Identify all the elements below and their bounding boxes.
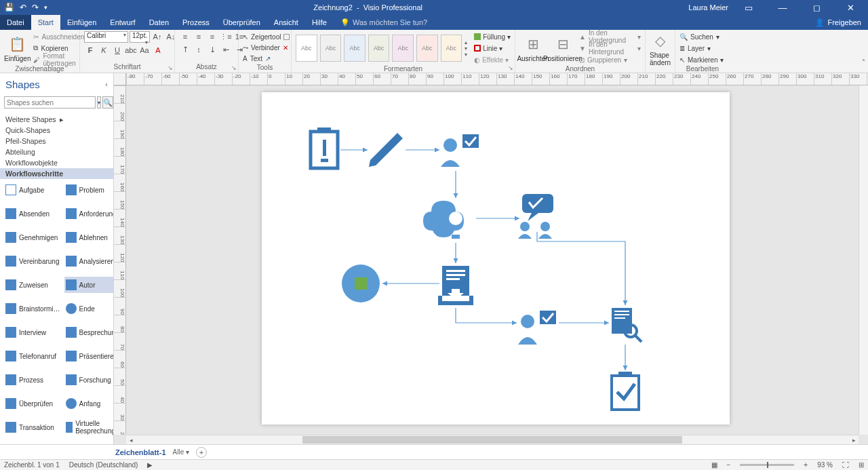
shape-item[interactable]: Prozess bbox=[4, 372, 62, 388]
underline-icon[interactable]: U bbox=[111, 45, 123, 56]
shape-item[interactable]: Ende bbox=[64, 300, 113, 317]
shape-item[interactable]: Analysieren bbox=[64, 253, 113, 269]
shape-item[interactable]: Zuweisen bbox=[4, 277, 62, 293]
shape-item[interactable]: Vereinbarung bbox=[4, 253, 62, 269]
shape-item[interactable]: Präsentieren bbox=[64, 348, 113, 364]
text-tool-button[interactable]: AText↗ bbox=[243, 53, 271, 64]
shape-item[interactable]: Autor bbox=[64, 277, 113, 293]
tab-help[interactable]: Hilfe bbox=[305, 15, 334, 30]
bullets-icon[interactable]: ⋮≡ bbox=[220, 31, 232, 42]
tab-review[interactable]: Überprüfen bbox=[216, 15, 267, 30]
cat-workflow-objects[interactable]: Workflowobjekte bbox=[0, 157, 113, 168]
zoom-out-icon[interactable]: − bbox=[727, 461, 731, 469]
find-button[interactable]: 🔍Suchen ▾ bbox=[679, 31, 724, 42]
shape-submit[interactable] bbox=[438, 266, 473, 305]
align-middle-icon[interactable]: ↕ bbox=[193, 44, 205, 55]
sheet-tab[interactable]: Zeichenblatt-1 bbox=[115, 448, 166, 456]
bold-icon[interactable]: F bbox=[84, 45, 96, 56]
redo-icon[interactable]: ↷ bbox=[32, 3, 39, 12]
tab-data[interactable]: Daten bbox=[142, 15, 176, 30]
shape-item[interactable]: Telefonanruf bbox=[4, 348, 62, 364]
undo-icon[interactable]: ↶ bbox=[20, 3, 26, 12]
vertical-scrollbar[interactable] bbox=[859, 85, 868, 435]
tab-insert[interactable]: Einfügen bbox=[60, 15, 103, 30]
style-tile[interactable]: Abc bbox=[392, 35, 414, 62]
cat-workflow-steps[interactable]: Workflowschritte bbox=[0, 168, 113, 179]
shape-item[interactable]: Absenden bbox=[4, 205, 62, 222]
align-right-icon[interactable]: ≡ bbox=[206, 31, 218, 42]
search-go-icon[interactable]: 🔍 bbox=[102, 96, 113, 109]
style-more-icon[interactable]: ▴▾▾ bbox=[465, 39, 467, 58]
fill-button[interactable]: Füllung ▾ bbox=[474, 31, 511, 42]
ribbon-display-icon[interactable]: ▭ bbox=[735, 3, 762, 13]
tab-process[interactable]: Prozess bbox=[176, 15, 216, 30]
save-icon[interactable]: 💾 bbox=[4, 3, 14, 12]
shape-item[interactable]: Anforderung bbox=[64, 205, 113, 222]
shape-end[interactable] bbox=[342, 265, 380, 302]
tab-view[interactable]: Ansicht bbox=[267, 15, 305, 30]
shape-done[interactable] bbox=[612, 372, 639, 410]
presentation-icon[interactable]: ▦ bbox=[711, 461, 717, 469]
shape-task[interactable] bbox=[311, 128, 338, 168]
zoom-value[interactable]: 93 % bbox=[817, 461, 833, 469]
cat-more-shapes[interactable]: Weitere Shapes ▸ bbox=[0, 114, 113, 125]
align-bottom-icon[interactable]: ⤓ bbox=[206, 44, 218, 55]
style-tile[interactable]: Abc bbox=[320, 35, 342, 62]
shape-item[interactable]: Ablehnen bbox=[64, 229, 113, 246]
shape-author[interactable] bbox=[369, 133, 403, 167]
horizontal-scrollbar[interactable]: ◂ ▸ bbox=[126, 435, 859, 444]
paragraph-dialog-icon[interactable]: ↘ bbox=[231, 64, 237, 71]
change-shape-button[interactable]: ◇Shape ändern bbox=[650, 31, 671, 66]
italic-icon[interactable]: K bbox=[98, 45, 110, 56]
align-button[interactable]: ⊞Ausrichten bbox=[519, 35, 547, 62]
language-status[interactable]: Deutsch (Deutschland) bbox=[69, 461, 138, 469]
shape-item[interactable]: Forschung bbox=[64, 372, 113, 388]
pointer-tool-button[interactable]: ↖Zeigertool bbox=[243, 31, 290, 42]
shape-item[interactable]: Interview bbox=[4, 324, 62, 340]
qat-more-icon[interactable]: ▾ bbox=[44, 4, 47, 11]
zoom-in-icon[interactable]: + bbox=[804, 461, 808, 469]
style-tile[interactable]: Abc bbox=[344, 35, 366, 62]
align-center-icon[interactable]: ≡ bbox=[193, 31, 205, 42]
layer-button[interactable]: ≣Layer ▾ bbox=[679, 43, 724, 54]
shape-item[interactable]: Anfang bbox=[64, 395, 113, 412]
font-selector[interactable]: Calibri bbox=[84, 31, 128, 43]
shape-meeting[interactable] bbox=[518, 194, 553, 239]
group-button[interactable]: ⊡Gruppieren ▾ bbox=[579, 54, 641, 65]
effects-button[interactable]: ◐Effekte ▾ bbox=[474, 54, 511, 65]
style-tile[interactable]: Abc bbox=[368, 35, 390, 62]
shape-item[interactable]: Transaktion bbox=[4, 419, 62, 435]
shapes-search-input[interactable] bbox=[4, 96, 96, 109]
style-tile[interactable]: Abc bbox=[441, 35, 462, 62]
scroll-thumb[interactable] bbox=[302, 436, 682, 444]
shape-item[interactable]: Problem bbox=[64, 182, 113, 198]
send-back-button[interactable]: ▼In den Hintergrund ▾ bbox=[579, 43, 641, 54]
paste-button[interactable]: 📋 Einfügen bbox=[4, 35, 31, 62]
strikethrough-icon[interactable]: abc bbox=[125, 45, 137, 56]
font-dialog-icon[interactable]: ↘ bbox=[167, 64, 173, 71]
align-left-icon[interactable]: ≡ bbox=[179, 31, 191, 42]
style-tile[interactable]: Abc bbox=[296, 35, 317, 62]
shape-item[interactable]: Besprechung bbox=[64, 324, 113, 340]
shape-approve[interactable] bbox=[441, 134, 479, 167]
sheet-all[interactable]: Alle ▾ bbox=[173, 448, 189, 456]
search-dropdown-icon[interactable]: ▾ bbox=[97, 96, 101, 109]
tab-file[interactable]: Datei bbox=[0, 15, 31, 30]
shape-item[interactable]: Brainstormi… bbox=[4, 300, 62, 317]
fullscreen-icon[interactable]: ⊞ bbox=[859, 461, 864, 469]
tab-design[interactable]: Entwurf bbox=[103, 15, 142, 30]
shape-item[interactable]: Aufgabe bbox=[4, 182, 62, 198]
fit-window-icon[interactable]: ⛶ bbox=[842, 461, 849, 469]
scroll-right-icon[interactable]: ▸ bbox=[849, 435, 859, 444]
font-size-selector[interactable]: 12pt. bbox=[130, 31, 150, 43]
share-button[interactable]: 👤 Freigeben bbox=[808, 15, 868, 30]
shape-brainstorm[interactable] bbox=[423, 201, 464, 239]
cat-quick-shapes[interactable]: Quick-Shapes bbox=[0, 125, 113, 136]
add-sheet-icon[interactable]: + bbox=[196, 447, 207, 458]
close-icon[interactable]: ✕ bbox=[837, 3, 864, 13]
shape-item[interactable]: Genehmigen bbox=[4, 229, 62, 246]
format-painter-button[interactable]: 🖌Format übertragen bbox=[33, 54, 84, 65]
drawing-canvas[interactable] bbox=[126, 85, 868, 435]
minimize-icon[interactable]: — bbox=[769, 3, 796, 13]
styles-dialog-icon[interactable]: ↘ bbox=[508, 64, 513, 71]
